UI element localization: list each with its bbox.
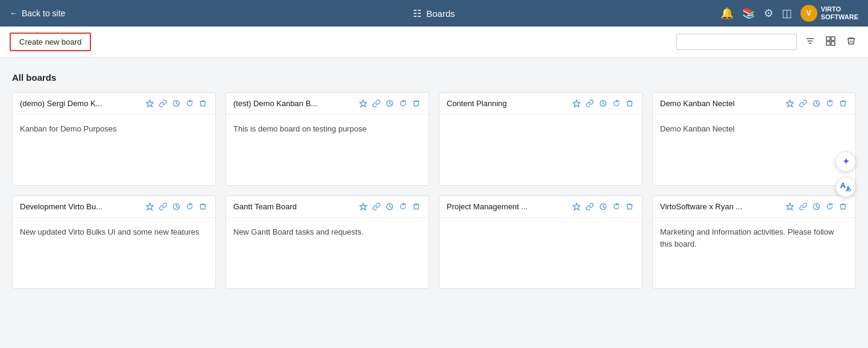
link-icon[interactable] xyxy=(159,203,167,210)
svg-rect-6 xyxy=(831,42,835,45)
grid-view-button[interactable] xyxy=(823,34,838,51)
history-icon[interactable] xyxy=(386,100,394,107)
translate-button[interactable]: Aあ xyxy=(835,177,856,197)
card-delete-icon[interactable] xyxy=(412,203,420,210)
board-card-header: (demo) Sergi Demo K... xyxy=(13,93,215,115)
toolbar-right-actions: 🔍 xyxy=(676,34,858,51)
star-icon[interactable] xyxy=(573,100,580,107)
refresh-icon[interactable] xyxy=(612,203,620,210)
history-icon[interactable] xyxy=(813,203,820,210)
boards-grid-icon: ☷ xyxy=(413,8,421,19)
refresh-icon[interactable] xyxy=(399,100,407,107)
floating-actions: ✦ Aあ xyxy=(835,151,856,197)
board-card[interactable]: Demo Kanban Nectel xyxy=(652,92,856,186)
header-title-area: ☷ Boards xyxy=(413,8,455,19)
card-delete-icon[interactable] xyxy=(839,100,847,107)
filter-button[interactable] xyxy=(803,34,817,51)
grid-icon xyxy=(826,36,835,46)
back-arrow-icon: ← xyxy=(10,8,18,18)
board-card-icons xyxy=(358,100,421,107)
refresh-icon[interactable] xyxy=(186,203,193,210)
board-card-header: Gantt Team Board xyxy=(226,196,429,218)
board-card[interactable]: Gantt Team Board xyxy=(225,195,429,289)
main-content: All boards (demo) Sergi Demo K... xyxy=(0,58,868,303)
brand-logo-area: V VIRTOSOFTWARE xyxy=(800,5,858,22)
history-icon[interactable] xyxy=(599,203,607,210)
board-card-header: (test) Demo Kanban B... xyxy=(226,93,429,115)
board-card[interactable]: (test) Demo Kanban B... xyxy=(225,92,429,186)
search-wrapper: 🔍 xyxy=(676,34,797,50)
search-input[interactable] xyxy=(676,34,797,50)
card-delete-icon[interactable] xyxy=(839,203,847,210)
history-icon[interactable] xyxy=(386,203,394,210)
back-to-site-label: Back to site xyxy=(22,8,65,18)
refresh-icon[interactable] xyxy=(826,203,834,210)
refresh-icon[interactable] xyxy=(186,100,193,107)
section-title: All boards xyxy=(12,72,856,83)
star-icon[interactable] xyxy=(359,203,367,210)
board-card[interactable]: (demo) Sergi Demo K... xyxy=(12,92,216,186)
card-delete-icon[interactable] xyxy=(199,100,207,107)
history-icon[interactable] xyxy=(172,100,180,107)
board-card[interactable]: Project Management ... xyxy=(439,195,643,289)
board-card-icons xyxy=(145,203,208,210)
board-card-body: New Gantt Board tasks and requests. xyxy=(226,218,429,247)
card-delete-icon[interactable] xyxy=(626,203,634,210)
star-icon[interactable] xyxy=(146,203,154,210)
board-card[interactable]: VirtoSoftware x Ryan ... xyxy=(652,195,856,289)
card-delete-icon[interactable] xyxy=(412,100,420,107)
link-icon[interactable] xyxy=(799,100,807,107)
svg-marker-11 xyxy=(360,100,366,107)
link-icon[interactable] xyxy=(373,100,380,107)
delete-icon xyxy=(846,36,856,46)
delete-button[interactable] xyxy=(844,34,858,51)
link-icon[interactable] xyxy=(799,203,807,210)
board-card-icons xyxy=(571,100,635,107)
star-icon[interactable] xyxy=(786,100,794,107)
board-card-title: Development Virto Bu... xyxy=(20,202,141,211)
star-icon[interactable] xyxy=(786,203,794,210)
star-icon[interactable] xyxy=(359,100,367,107)
board-card-icons xyxy=(785,100,848,107)
svg-marker-21 xyxy=(573,203,580,210)
book-icon[interactable]: 📚 xyxy=(742,7,755,20)
board-card-title: VirtoSoftware x Ryan ... xyxy=(660,202,781,211)
card-delete-icon[interactable] xyxy=(199,203,207,210)
board-card-title: (test) Demo Kanban B... xyxy=(233,99,354,108)
link-icon[interactable] xyxy=(373,203,380,210)
header-actions: 🔔 📚 ⚙ ◫ V VIRTOSOFTWARE xyxy=(720,5,858,22)
refresh-icon[interactable] xyxy=(826,100,834,107)
settings-icon[interactable]: ⚙ xyxy=(764,7,773,20)
card-delete-icon[interactable] xyxy=(626,100,634,107)
ai-assistant-button[interactable]: ✦ xyxy=(835,151,856,172)
history-icon[interactable] xyxy=(172,203,180,210)
board-card-header: Demo Kanban Nectel xyxy=(653,93,855,115)
board-card-body: Demo Kanban Nectel xyxy=(653,115,855,144)
refresh-icon[interactable] xyxy=(399,203,407,210)
board-card[interactable]: Content Planning xyxy=(439,92,643,186)
link-icon[interactable] xyxy=(586,100,594,107)
board-card-icons xyxy=(785,203,848,210)
history-icon[interactable] xyxy=(599,100,607,107)
board-card-body: This is demo board on testing purpose xyxy=(226,115,429,144)
notification-icon[interactable]: 🔔 xyxy=(720,7,734,20)
history-icon[interactable] xyxy=(813,100,820,107)
refresh-icon[interactable] xyxy=(612,100,620,107)
board-card-header: VirtoSoftware x Ryan ... xyxy=(653,196,855,218)
boards-grid: (demo) Sergi Demo K... xyxy=(12,92,856,289)
link-icon[interactable] xyxy=(159,100,167,107)
brand-emblem: V xyxy=(800,5,817,22)
monitor-icon[interactable]: ◫ xyxy=(782,7,792,20)
create-board-button[interactable]: Create new board xyxy=(10,33,91,51)
link-icon[interactable] xyxy=(586,203,594,210)
board-card-header: Project Management ... xyxy=(439,196,642,218)
svg-marker-15 xyxy=(787,100,793,107)
svg-rect-3 xyxy=(826,37,830,40)
board-card[interactable]: Development Virto Bu... xyxy=(12,195,216,289)
board-card-icons xyxy=(358,203,421,210)
star-icon[interactable] xyxy=(573,203,580,210)
board-card-title: (demo) Sergi Demo K... xyxy=(20,99,141,108)
back-to-site-link[interactable]: ← Back to site xyxy=(10,8,65,18)
app-header: ← Back to site ☷ Boards 🔔 📚 ⚙ ◫ V VIRTOS… xyxy=(0,0,868,27)
star-icon[interactable] xyxy=(146,100,154,107)
